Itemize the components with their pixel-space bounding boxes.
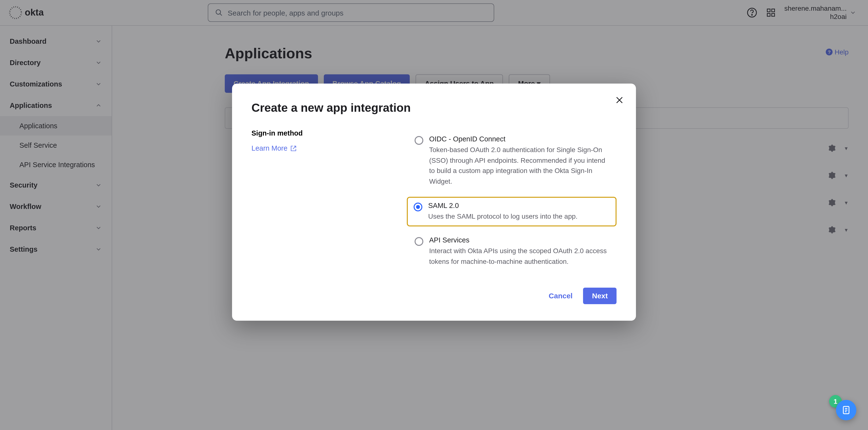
create-app-modal: Create a new app integration Sign-in met…	[232, 84, 636, 321]
radio-icon	[414, 237, 423, 246]
learn-more-link[interactable]: Learn More	[251, 144, 297, 152]
modal-title: Create a new app integration	[251, 101, 617, 115]
close-icon[interactable]	[615, 95, 624, 105]
radio-icon	[413, 203, 422, 211]
sign-in-method-option[interactable]: OIDC - OpenID ConnectToken-based OAuth 2…	[407, 129, 617, 193]
feedback-fab[interactable]	[836, 400, 856, 420]
option-description: Token-based OAuth 2.0 authentication for…	[429, 145, 609, 187]
document-icon	[841, 405, 851, 415]
option-description: Interact with Okta APIs using the scoped…	[429, 246, 609, 267]
sign-in-method-option[interactable]: SAML 2.0Uses the SAML protocol to log us…	[407, 197, 617, 227]
option-title: API Services	[429, 236, 609, 244]
option-description: Uses the SAML protocol to log users into…	[428, 211, 578, 222]
sign-in-method-option[interactable]: API ServicesInteract with Okta APIs usin…	[407, 231, 617, 273]
option-title: SAML 2.0	[428, 202, 578, 209]
radio-icon	[414, 136, 423, 145]
cancel-button[interactable]: Cancel	[549, 292, 572, 300]
external-link-icon	[290, 145, 297, 151]
sign-in-method-label: Sign-in method	[251, 129, 388, 137]
next-button[interactable]: Next	[583, 288, 617, 304]
option-title: OIDC - OpenID Connect	[429, 135, 609, 143]
